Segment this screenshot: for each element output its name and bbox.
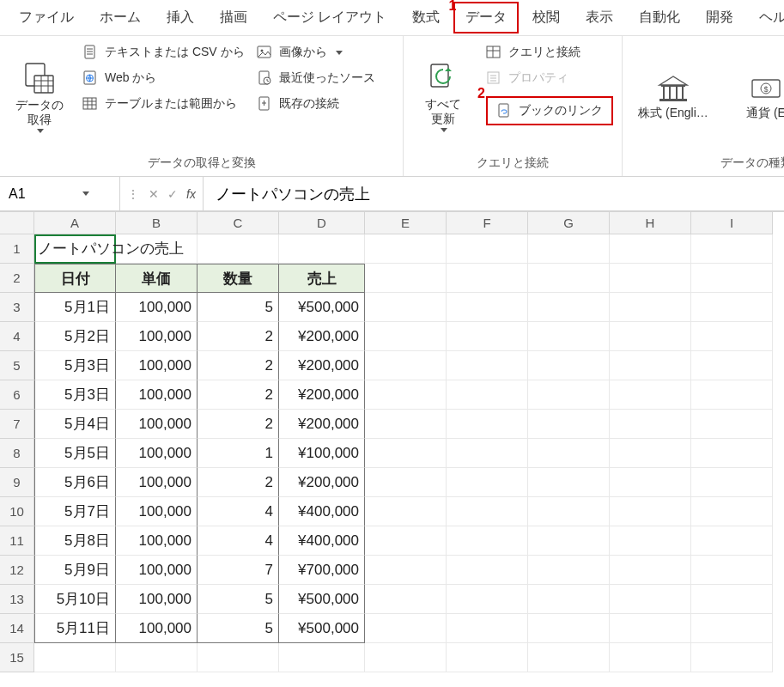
cell-I11[interactable]: [691, 526, 773, 556]
tab-データ[interactable]: データ1: [453, 2, 519, 33]
cell-G13[interactable]: [528, 585, 610, 614]
cell-F10[interactable]: [447, 497, 528, 526]
cell-D11[interactable]: ¥400,000: [279, 526, 365, 556]
cell-A13[interactable]: 5月10日: [34, 585, 116, 614]
cell-G9[interactable]: [528, 468, 610, 497]
cell-G7[interactable]: [528, 410, 610, 439]
row-header-8[interactable]: 8: [0, 439, 34, 468]
get-data-button[interactable]: データの 取得: [9, 43, 70, 150]
cell-C15[interactable]: [198, 643, 279, 672]
cell-G14[interactable]: [528, 614, 610, 643]
cell-E4[interactable]: [365, 322, 447, 351]
cell-C14[interactable]: 5: [198, 614, 279, 643]
fx-button[interactable]: fx: [186, 187, 196, 201]
row-header-2[interactable]: 2: [0, 264, 34, 293]
cell-A11[interactable]: 5月8日: [34, 526, 116, 556]
cell-G12[interactable]: [528, 556, 610, 585]
cell-C6[interactable]: 2: [198, 380, 279, 410]
cell-D6[interactable]: ¥200,000: [279, 380, 365, 410]
cell-B5[interactable]: 100,000: [116, 351, 198, 380]
cell-H13[interactable]: [610, 585, 691, 614]
cell-I6[interactable]: [691, 380, 773, 410]
row-header-1[interactable]: 1: [0, 234, 34, 264]
cell-E2[interactable]: [365, 264, 447, 293]
from-web-button[interactable]: Web から: [82, 69, 245, 88]
row-header-12[interactable]: 12: [0, 556, 34, 585]
cell-A8[interactable]: 5月5日: [34, 439, 116, 468]
cell-A5[interactable]: 5月3日: [34, 351, 116, 380]
header-cell-売上[interactable]: 売上: [279, 264, 365, 293]
cell-F7[interactable]: [447, 410, 528, 439]
cell-F14[interactable]: [447, 614, 528, 643]
cell-F5[interactable]: [447, 351, 528, 380]
cell-E10[interactable]: [365, 497, 447, 526]
cell-A1[interactable]: ノートパソコンの売上: [34, 234, 116, 264]
header-cell-数量[interactable]: 数量: [198, 264, 279, 293]
row-header-9[interactable]: 9: [0, 468, 34, 497]
cell-E1[interactable]: [365, 234, 447, 264]
cell-G15[interactable]: [528, 643, 610, 672]
cell-F15[interactable]: [447, 643, 528, 672]
tab-自動化[interactable]: 自動化: [627, 2, 692, 33]
cell-B10[interactable]: 100,000: [116, 497, 198, 526]
formula-input[interactable]: [204, 177, 784, 210]
cell-D15[interactable]: [279, 643, 365, 672]
chevron-down-icon[interactable]: [82, 192, 89, 196]
cell-I7[interactable]: [691, 410, 773, 439]
tab-ページ レイアウト[interactable]: ページ レイアウト: [261, 2, 398, 33]
cell-F3[interactable]: [447, 293, 528, 322]
cell-D8[interactable]: ¥100,000: [279, 439, 365, 468]
cell-I14[interactable]: [691, 614, 773, 643]
cell-B7[interactable]: 100,000: [116, 410, 198, 439]
cell-F9[interactable]: [447, 468, 528, 497]
row-header-4[interactable]: 4: [0, 322, 34, 351]
tab-ヘルプ[interactable]: ヘルプ: [747, 2, 784, 33]
stocks-button[interactable]: 株式 (Engli…: [631, 43, 715, 150]
cell-A15[interactable]: [34, 643, 116, 672]
col-header-C[interactable]: C: [198, 212, 279, 234]
cell-A14[interactable]: 5月11日: [34, 614, 116, 643]
cell-I3[interactable]: [691, 293, 773, 322]
row-header-6[interactable]: 6: [0, 380, 34, 410]
cell-F6[interactable]: [447, 380, 528, 410]
tab-ファイル[interactable]: ファイル: [7, 2, 86, 33]
cell-H11[interactable]: [610, 526, 691, 556]
cell-I12[interactable]: [691, 556, 773, 585]
col-header-A[interactable]: A: [34, 212, 116, 234]
cell-C7[interactable]: 2: [198, 410, 279, 439]
refresh-all-button[interactable]: すべて 更新: [412, 43, 474, 150]
cell-B4[interactable]: 100,000: [116, 322, 198, 351]
col-header-D[interactable]: D: [279, 212, 365, 234]
col-header-B[interactable]: B: [116, 212, 198, 234]
cell-E8[interactable]: [365, 439, 447, 468]
cell-E6[interactable]: [365, 380, 447, 410]
cell-D1[interactable]: [279, 234, 365, 264]
confirm-icon[interactable]: ✓: [167, 187, 178, 201]
cell-I10[interactable]: [691, 497, 773, 526]
row-header-15[interactable]: 15: [0, 643, 34, 672]
cell-G6[interactable]: [528, 380, 610, 410]
currency-button[interactable]: $ 通貨 (E: [736, 43, 784, 150]
cell-C13[interactable]: 5: [198, 585, 279, 614]
cell-A12[interactable]: 5月9日: [34, 556, 116, 585]
cell-B3[interactable]: 100,000: [116, 293, 198, 322]
cell-B12[interactable]: 100,000: [116, 556, 198, 585]
cell-H5[interactable]: [610, 351, 691, 380]
cell-D10[interactable]: ¥400,000: [279, 497, 365, 526]
cell-E13[interactable]: [365, 585, 447, 614]
cell-E12[interactable]: [365, 556, 447, 585]
workbook-links-button[interactable]: 2 ブックのリンク: [486, 96, 613, 125]
cell-B13[interactable]: 100,000: [116, 585, 198, 614]
row-header-3[interactable]: 3: [0, 293, 34, 322]
spreadsheet-grid[interactable]: ABCDEFGHI1ノートパソコンの売上2日付単価数量売上35月1日100,00…: [0, 211, 784, 672]
cell-F12[interactable]: [447, 556, 528, 585]
cell-D4[interactable]: ¥200,000: [279, 322, 365, 351]
cell-A3[interactable]: 5月1日: [34, 293, 116, 322]
cell-B11[interactable]: 100,000: [116, 526, 198, 556]
cell-C4[interactable]: 2: [198, 322, 279, 351]
cell-B9[interactable]: 100,000: [116, 468, 198, 497]
cell-H4[interactable]: [610, 322, 691, 351]
cell-E9[interactable]: [365, 468, 447, 497]
cancel-icon[interactable]: ✕: [149, 187, 159, 201]
cell-D5[interactable]: ¥200,000: [279, 351, 365, 380]
